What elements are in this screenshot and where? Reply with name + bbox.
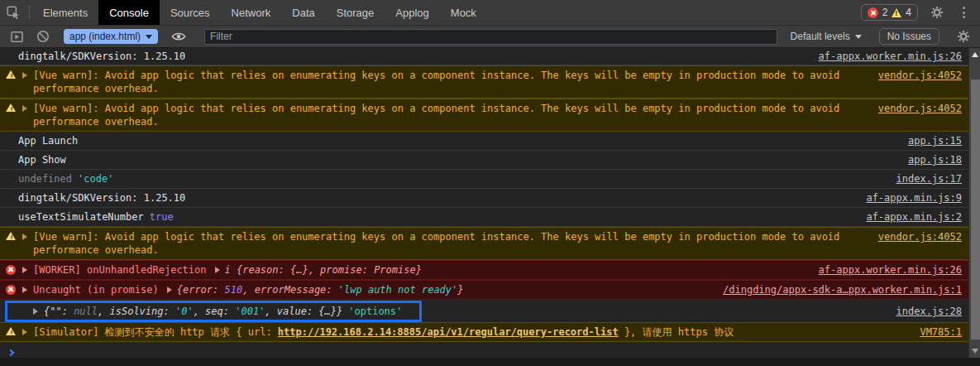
expand-arrow-icon[interactable] [22,329,27,335]
expand-arrow-icon[interactable] [22,267,27,273]
scroll-down-arrow-icon[interactable] [972,349,978,354]
log-message: App Launch [18,134,896,147]
source-link[interactable]: vendor.js:4052 [867,69,962,82]
tab-data[interactable]: Data [281,0,325,25]
source-link[interactable]: af-appx.min.js:9 [854,191,962,205]
tab-elements[interactable]: Elements [32,0,98,25]
log-row: dingtalk/SDKVersion: 1.25.10 af-appx.wor… [0,48,968,65]
source-link[interactable]: vendor.js:4052 [867,102,962,115]
log-message: dingtalk/SDKVersion: 1.25.10 [18,191,854,205]
log-row: App Show app.js:18 [0,151,968,170]
log-row: undefined'code' index.js:17 [0,170,968,189]
devtools-tab-bar: Elements Console Sources Network Data St… [0,0,980,26]
console-settings-button[interactable] [950,30,977,43]
scrollbar-thumb[interactable] [971,79,980,340]
context-selector-label: app (index.html) [69,31,141,42]
scrollbar[interactable] [968,48,980,358]
devtools-window: Elements Console Sources Network Data St… [0,0,980,366]
settings-gear-icon [957,30,970,43]
tab-mock[interactable]: Mock [440,0,487,25]
log-row-error: [WORKER] onUnhandledRejectioni {reason: … [0,260,968,280]
inspect-cursor-icon [6,5,21,20]
log-message: [WORKER] onUnhandledRejectioni {reason: … [33,263,807,277]
request-url-link[interactable]: http://192.168.2.14:8885/api/v1/regular/… [278,326,619,338]
log-row-warning: [Simulator] 检测到不安全的 http 请求 { url: http:… [0,322,968,342]
warning-icon [6,327,16,335]
no-issues-button[interactable]: No Issues [879,28,939,45]
divider [29,6,30,19]
log-message: dingtalk/SDKVersion: 1.25.10 [18,50,807,63]
source-link[interactable]: /dingding/appx-sdk-a…ppx.worker.min.js:1 [711,283,962,296]
prompt-chevron-icon [7,349,14,356]
source-link[interactable]: af-appx.worker.min.js:26 [807,50,962,63]
log-row: useTextSimulateNumbertrue af-appx.min.js… [0,208,968,227]
source-link[interactable]: af-appx.min.js:2 [854,210,962,224]
tab-storage[interactable]: Storage [326,0,385,25]
settings-gear-icon [930,6,944,19]
source-link[interactable]: VM785:1 [908,325,962,339]
console-toolbar: app (index.html) Default levels No Issue… [0,26,980,48]
tab-applog[interactable]: Applog [385,0,439,25]
expand-arrow-icon[interactable] [215,267,220,273]
chevron-down-icon [855,35,862,39]
log-levels-dropdown[interactable]: Default levels [784,31,868,42]
source-link[interactable]: index.js:28 [885,305,962,318]
log-message: [Vue warn]: Avoid app logic that relies … [33,102,867,128]
chevron-down-icon [146,35,152,39]
log-row-warning: [Vue warn]: Avoid app logic that relies … [0,227,968,260]
issues-counter-badge[interactable]: 2 4 [861,4,918,21]
more-options-button[interactable] [950,7,977,18]
expand-arrow-icon[interactable] [167,287,172,293]
source-link[interactable]: index.js:17 [885,172,962,185]
clear-console-button[interactable] [30,30,56,43]
expand-arrow-icon[interactable] [22,287,27,293]
show-console-sidebar-icon [10,30,24,44]
console-log-area: dingtalk/SDKVersion: 1.25.10 af-appx.wor… [0,48,980,366]
expand-arrow-icon[interactable] [33,308,38,315]
warning-icon [6,70,16,79]
log-levels-label: Default levels [791,31,850,42]
live-expression-eye-icon [171,31,186,42]
source-link[interactable]: app.js:15 [896,134,962,147]
warning-icon [6,104,16,112]
log-row: App Launch app.js:15 [0,132,968,151]
log-row-error: Uncaught (in promise){error: 510, errorM… [0,280,968,300]
log-message: [Simulator] 检测到不安全的 http 请求 { url: http:… [33,325,908,339]
expand-arrow-icon[interactable] [22,234,27,240]
log-message: Uncaught (in promise){error: 510, errorM… [33,283,711,296]
log-row: dingtalk/SDKVersion: 1.25.10 af-appx.min… [0,189,968,208]
error-count: 2 [882,7,888,18]
error-icon [6,265,16,275]
log-row-warning: [Vue warn]: Avoid app logic that relies … [0,99,968,132]
log-message: [Vue warn]: Avoid app logic that relies … [33,230,867,257]
warning-count: 4 [906,7,911,18]
log-message: useTextSimulateNumbertrue [18,210,854,224]
bottom-edge [0,358,980,366]
log-message: undefined'code' [18,172,885,185]
expand-arrow-icon[interactable] [22,72,27,79]
warning-icon [6,232,16,240]
more-options-icon [963,7,965,18]
warning-count-icon [892,8,901,17]
source-link[interactable]: vendor.js:4052 [867,230,962,243]
expand-arrow-icon[interactable] [22,105,27,112]
tab-sources[interactable]: Sources [160,0,221,25]
tab-console[interactable]: Console [98,0,160,25]
javascript-context-selector[interactable]: app (index.html) [64,29,158,44]
log-row-warning: [Vue warn]: Avoid app logic that relies … [0,65,968,99]
create-live-expression-button[interactable] [165,31,192,42]
clear-console-icon [36,30,50,43]
filter-input[interactable] [204,29,777,45]
inspect-element-button[interactable] [0,0,26,25]
log-row-highlighted: {"": null, isSolving: '0', seq: '001', v… [0,300,968,322]
tab-network[interactable]: Network [221,0,282,25]
log-message: [Vue warn]: Avoid app logic that relies … [33,69,867,95]
error-icon [6,285,16,295]
settings-button[interactable] [924,6,950,19]
error-count-icon [868,7,878,18]
scroll-up-arrow-icon[interactable] [972,52,978,57]
show-console-sidebar-button[interactable] [3,30,30,44]
source-link[interactable]: af-appx.worker.min.js:26 [807,263,962,277]
log-message: App Show [18,153,896,166]
source-link[interactable]: app.js:18 [896,153,962,166]
